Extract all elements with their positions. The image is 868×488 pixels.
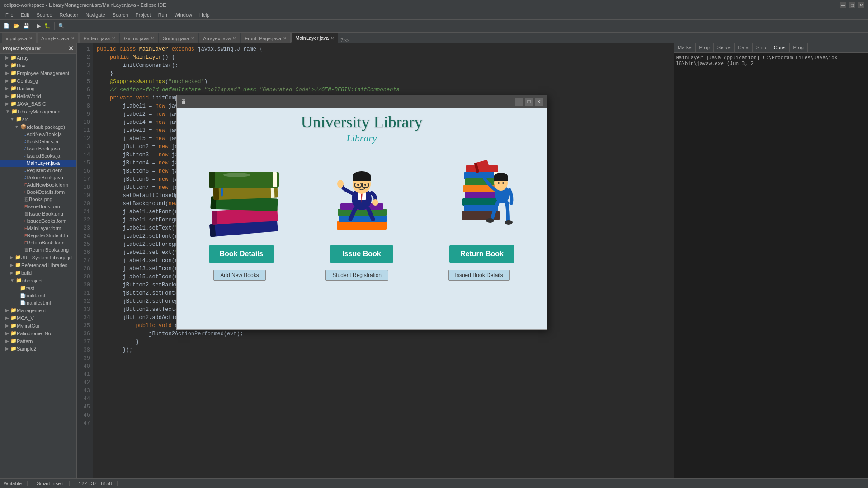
- tab-frontpage[interactable]: Front_Page.java ✕: [241, 33, 291, 43]
- sidebar-item-addnewbook-form[interactable]: F AddNewBook.form: [0, 181, 76, 188]
- sidebar-item-addnewbook[interactable]: J AddNewBook.ja: [0, 131, 76, 138]
- book-details-button[interactable]: Book Details: [209, 245, 274, 263]
- right-tab-snip[interactable]: Snip: [753, 43, 770, 52]
- sidebar-item-genius[interactable]: ▶ 📁 Genius_g: [0, 77, 76, 84]
- close-button[interactable]: ✕: [858, 2, 864, 8]
- sidebar-item-test[interactable]: 📁 test: [0, 284, 76, 292]
- menu-search[interactable]: Search: [109, 11, 132, 19]
- sidebar-item-issuedbooks-form[interactable]: F IssuedBooks.form: [0, 217, 76, 225]
- sidebar-close-icon[interactable]: ✕: [68, 45, 74, 52]
- sidebar-item-issuedbooks[interactable]: J IssuedBooks.ja: [0, 152, 76, 160]
- sidebar-item-sample2[interactable]: ▶ 📁 Sample2: [0, 345, 76, 352]
- menu-refactor[interactable]: Refactor: [56, 11, 82, 19]
- sidebar-item-library[interactable]: ▼ 📁 LibraryManagement: [0, 108, 76, 115]
- swing-close-button[interactable]: ✕: [535, 98, 543, 106]
- tab-close-pattern[interactable]: ✕: [112, 36, 115, 41]
- tab-close-mainlayer[interactable]: ✕: [330, 36, 334, 41]
- sidebar-item-javabasic[interactable]: ▶ 📁 JAVA_BASIC: [0, 100, 76, 108]
- right-tab-cons[interactable]: Cons: [770, 43, 790, 52]
- sidebar-item-build[interactable]: ▶ 📁 build: [0, 269, 76, 277]
- menu-file[interactable]: File: [2, 11, 17, 19]
- right-tab-prop[interactable]: Prop: [696, 43, 714, 52]
- right-tab-prog[interactable]: Prog: [790, 43, 808, 52]
- toolbar-debug[interactable]: 🐛: [43, 21, 52, 31]
- sidebar-item-array[interactable]: ▶ 📁 Array: [0, 54, 76, 61]
- sidebar-item-src[interactable]: ▼ 📁 src: [0, 115, 76, 123]
- expand-icon: ▼: [14, 124, 19, 129]
- tab-gvirus[interactable]: Gvirus.java ✕: [120, 33, 158, 43]
- toolbar-run[interactable]: ▶: [36, 21, 42, 31]
- menu-run[interactable]: Run: [155, 11, 171, 19]
- sidebar-item-jre[interactable]: ▶ 📁 JRE System Library [jd: [0, 253, 76, 261]
- issued-book-details-button[interactable]: Issued Book Details: [448, 270, 510, 281]
- menu-navigate[interactable]: Navigate: [82, 11, 108, 19]
- sidebar-item-returnbooks-png[interactable]: 🖼 Return Books.png: [0, 246, 76, 253]
- tab-close-arrayex1[interactable]: ✕: [71, 36, 75, 41]
- sidebar-item-management[interactable]: ▶ 📁 Management: [0, 306, 76, 314]
- tab-close-sorting[interactable]: ✕: [191, 36, 194, 41]
- menu-project[interactable]: Project: [132, 11, 154, 19]
- toolbar-save[interactable]: 💾: [22, 21, 31, 31]
- menu-help[interactable]: Help: [196, 11, 213, 19]
- sidebar-item-default-pkg[interactable]: ▼ 📦 (default package): [0, 123, 76, 131]
- sidebar-item-bookdetails-form[interactable]: F BookDetails.form: [0, 188, 76, 196]
- tab-overflow[interactable]: 7>>: [340, 38, 349, 43]
- sidebar-item-nbproject[interactable]: ▼ 📁 nbproject: [0, 277, 76, 284]
- tab-arrayex1[interactable]: ArrayEx.java ✕: [37, 33, 79, 43]
- sidebar-item-issuebook-form[interactable]: F IssueBook.form: [0, 203, 76, 210]
- sidebar-item-referenced-libs[interactable]: ▶ 📁 Referenced Libraries: [0, 261, 76, 269]
- menu-window[interactable]: Window: [171, 11, 196, 19]
- sidebar-item-issuebook-png[interactable]: 🖼 Issue Book.png: [0, 210, 76, 217]
- sidebar-item-manifest[interactable]: 📄 manifest.mf: [0, 299, 76, 306]
- sidebar-item-mca[interactable]: ▶ 📁 MCA_V: [0, 314, 76, 322]
- right-tab-data[interactable]: Data: [735, 43, 753, 52]
- sidebar-item-pattern[interactable]: ▶ 📁 Pattern: [0, 337, 76, 345]
- swing-minimize-button[interactable]: —: [515, 98, 523, 106]
- sidebar-item-registerstudent[interactable]: J RegisterStudent: [0, 167, 76, 174]
- person-image: [321, 151, 402, 242]
- sidebar-item-dsa[interactable]: ▶ 📁 Dsa: [0, 61, 76, 69]
- tab-sorting[interactable]: Sorting.java ✕: [159, 33, 198, 43]
- sidebar-item-returnbook[interactable]: J ReturnBook.java: [0, 174, 76, 181]
- sidebar-item-issuebook[interactable]: J IssueBook.java: [0, 145, 76, 152]
- minimize-button[interactable]: —: [840, 2, 846, 8]
- tab-input[interactable]: input.java ✕: [2, 33, 37, 43]
- sidebar-item-buildxml[interactable]: 📄 build.xml: [0, 292, 76, 299]
- tab-close-input[interactable]: ✕: [29, 36, 33, 41]
- sidebar-item-myfirstgui[interactable]: ▶ 📁 MyfirstGui: [0, 322, 76, 329]
- right-tab-serve[interactable]: Serve: [714, 43, 735, 52]
- tab-pattern[interactable]: Pattern.java ✕: [79, 33, 119, 43]
- tab-arrayex2[interactable]: Arrayex.java ✕: [199, 33, 240, 43]
- window-title: eclipse-workspace - LibraryManagement/sr…: [4, 2, 166, 8]
- toolbar-search[interactable]: 🔍: [57, 21, 66, 31]
- sidebar-item-helloworld[interactable]: ▶ 📁 HelloWorld: [0, 92, 76, 100]
- tab-mainlayer[interactable]: MainLayer.java ✕: [291, 33, 338, 43]
- sidebar-item-returnbook-form[interactable]: F ReturnBook.form: [0, 239, 76, 246]
- sidebar-item-mainlayer[interactable]: J MainLayer.java: [0, 160, 76, 167]
- sidebar-item-bookdetails[interactable]: J BookDetails.ja: [0, 138, 76, 145]
- tab-close-gvirus[interactable]: ✕: [151, 36, 154, 41]
- expand-icon: ▶: [5, 308, 9, 313]
- toolbar-new[interactable]: 📄: [2, 21, 11, 31]
- toolbar-open[interactable]: 📂: [12, 21, 21, 31]
- sidebar-item-registerstudent-form[interactable]: F RegisterStudent.fo: [0, 232, 76, 239]
- swing-window-controls: — □ ✕: [515, 98, 543, 106]
- maximize-button[interactable]: □: [849, 2, 855, 8]
- sidebar-item-hacking[interactable]: ▶ 📁 Hacking: [0, 84, 76, 92]
- add-new-books-button[interactable]: Add New Books: [213, 270, 265, 281]
- sidebar-item-employee[interactable]: ▶ 📁 Employee Management: [0, 69, 76, 77]
- folder-icon: 📁: [10, 315, 17, 321]
- sidebar-item-books-png[interactable]: 🖼 Books.png: [0, 196, 76, 203]
- sidebar-item-mainlayer-form[interactable]: F MainLayer.form: [0, 225, 76, 232]
- student-registration-button[interactable]: Student Registration: [326, 270, 388, 281]
- sidebar-item-palindrome[interactable]: ▶ 📁 Palindrome_No: [0, 329, 76, 337]
- tab-close-arrayex2[interactable]: ✕: [232, 36, 236, 41]
- issue-book-button[interactable]: Issue Book: [330, 245, 393, 263]
- svg-point-50: [486, 218, 494, 223]
- swing-maximize-button[interactable]: □: [525, 98, 533, 106]
- return-book-button[interactable]: Return Book: [449, 245, 514, 263]
- menu-source[interactable]: Source: [33, 11, 56, 19]
- tab-close-frontpage[interactable]: ✕: [283, 36, 287, 41]
- menu-edit[interactable]: Edit: [17, 11, 33, 19]
- right-tab-marke[interactable]: Marke: [674, 43, 696, 52]
